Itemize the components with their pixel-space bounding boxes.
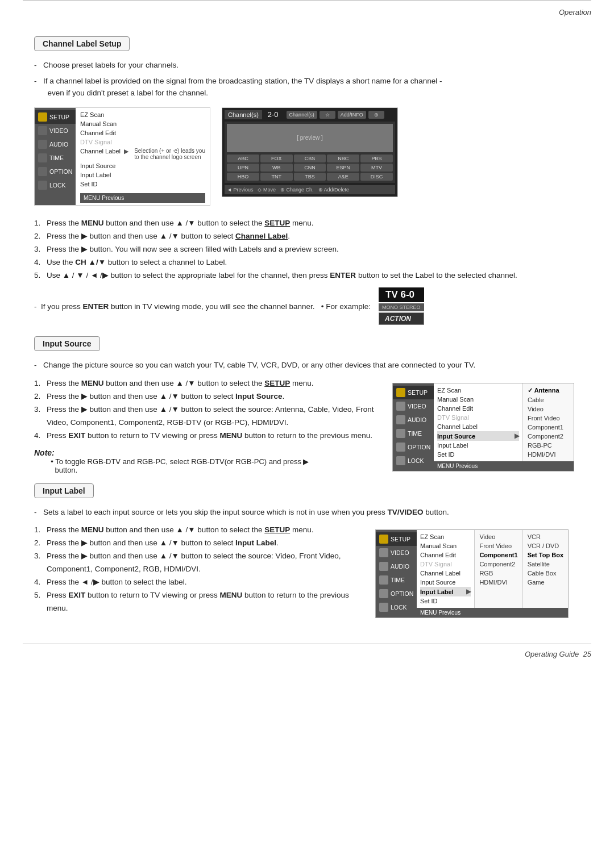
- il-menu-main-area: EZ Scan Manual Scan Channel Edit DTV Sig…: [417, 530, 568, 617]
- channel-grid-top: Channel(s) 2-0 Channel(s) ☆ Add/INFO ⊕: [225, 110, 395, 119]
- cg-3: CBS: [294, 155, 326, 162]
- menu-dtv-signal: DTV Signal: [80, 137, 205, 147]
- is-mi-channel-label: Channel Label: [437, 422, 519, 431]
- cl-step-3: 3.Press the ▶ button. You will now see a…: [34, 243, 580, 256]
- option-icon: [38, 167, 47, 176]
- channel-label-menu-mockup: SETUP VIDEO AUDIO: [34, 107, 210, 206]
- is-menu-bottom-bar: MENU Previous: [434, 461, 574, 471]
- il-lbl-game: Game: [528, 578, 563, 587]
- sidebar-video-label: VIDEO: [49, 127, 68, 134]
- il-video-icon: [379, 548, 388, 557]
- is-opt-component2: Component2: [528, 432, 569, 441]
- input-source-steps-col: 1.Press the MENU button and then use ▲ /…: [34, 377, 381, 474]
- is-step-2: 2.Press the ▶ button and then use ▲ /▼ b…: [34, 390, 381, 403]
- il-src-rgb: RGB: [479, 569, 517, 578]
- video-icon: [38, 126, 47, 135]
- menu-sidebar: SETUP VIDEO AUDIO: [35, 108, 76, 205]
- il-step-5: 5.Press EXIT button to return to TV view…: [34, 589, 364, 615]
- channel-number: 2-0: [268, 110, 279, 119]
- il-mi-dtv: DTV Signal: [420, 560, 471, 569]
- menu-set-id-cl: Set ID: [80, 180, 205, 189]
- is-menu-items-list: EZ Scan Manual Scan Channel Edit DTV Sig…: [434, 383, 522, 461]
- is-note-label: Note:: [34, 448, 381, 457]
- sidebar-option-label: OPTION: [49, 168, 72, 175]
- is-mi-input-label: Input Label: [437, 441, 519, 450]
- ch-icon-2: ☆: [320, 111, 335, 119]
- il-sidebar-time: TIME: [376, 573, 417, 587]
- is-sidebar-audio: AUDIO: [393, 413, 434, 427]
- il-mi-set-id: Set ID: [420, 596, 471, 606]
- il-sidebar-audio-label: AUDIO: [391, 563, 409, 570]
- cl-step-4: 4.Use the CH ▲/▼ button to select a chan…: [34, 256, 580, 269]
- is-menu-sidebar: SETUP VIDEO AUDIO: [393, 383, 434, 471]
- is-mi-input-source: Input Source ▶: [437, 431, 519, 441]
- cg-5: PBS: [360, 155, 393, 162]
- is-sidebar-option: OPTION: [393, 440, 434, 454]
- is-opt-component1: Component1: [528, 423, 569, 432]
- il-lbl-cable-box: Cable Box: [528, 569, 563, 578]
- il-mi-channel-label: Channel Label: [420, 569, 471, 578]
- audio-icon: [38, 140, 47, 149]
- cg-13: TBS: [294, 173, 326, 181]
- il-step-2: 2.Press the ▶ button and then use ▲ /▼ b…: [34, 537, 364, 550]
- il-lbl-set-top-box: Set Top Box: [528, 550, 563, 560]
- cg-2: FOX: [260, 155, 293, 162]
- is-sidebar-option-label: OPTION: [408, 444, 430, 450]
- is-sidebar-time: TIME: [393, 427, 434, 440]
- il-menu-sidebar: SETUP VIDEO AUDIO: [376, 530, 417, 617]
- il-step-3: 3.Press the ▶ button and then use ▲ /▼ b…: [34, 550, 364, 576]
- channel-label-bullet-2: If a channel label is provided on the si…: [34, 75, 580, 99]
- tv-example-badge: TV 6-0: [379, 287, 424, 302]
- is-opt-antenna: ✓ Antenna: [528, 386, 569, 395]
- cg-9: ESPN: [327, 164, 359, 172]
- is-sidebar-video-label: VIDEO: [408, 403, 426, 410]
- il-lbl-vcr: VCR: [528, 532, 563, 541]
- il-option-icon: [379, 589, 388, 598]
- sidebar-audio-label: AUDIO: [49, 141, 68, 148]
- il-src-hdmi: HDMI/DVI: [479, 578, 517, 587]
- channel-label-setup-section: Channel Label Setup Choose preset labels…: [34, 36, 580, 325]
- is-sidebar-lock: LOCK: [393, 454, 434, 468]
- il-menu-bottom-bar: MENU Previous: [417, 608, 568, 617]
- menu-channel-edit: Channel Edit: [80, 128, 205, 137]
- il-sidebar-lock: LOCK: [376, 600, 417, 614]
- il-mi-ez-scan: EZ Scan: [420, 532, 471, 541]
- cg-15: DISC: [360, 173, 393, 181]
- sidebar-time: TIME: [35, 151, 76, 165]
- is-mi-set-id: Set ID: [437, 450, 519, 459]
- is-mi-ez-scan: EZ Scan: [437, 386, 519, 395]
- input-source-bullet: Change the picture source so you can wat…: [34, 359, 580, 372]
- footer-text: Operating Guide 25: [525, 650, 591, 658]
- il-src-component1: Component1: [479, 550, 517, 560]
- channel-preview: [ preview ] ABC FOX CBS NBC PBS UPN WB C…: [225, 122, 395, 183]
- cg-10: MTV: [360, 164, 393, 172]
- enter-note-text: - If you press ENTER button in TV viewin…: [34, 302, 371, 311]
- il-lock-icon: [379, 603, 388, 612]
- is-options-col: ✓ Antenna Cable Video Front Video Compon…: [522, 383, 574, 461]
- input-label-steps: 1.Press the MENU button and then use ▲ /…: [34, 524, 364, 615]
- channel-label-steps: 1.Press the MENU button and then use ▲ /…: [34, 217, 580, 282]
- il-step-4: 4.Press the ◄ /▶ button to select the la…: [34, 576, 364, 589]
- il-time-icon: [379, 575, 388, 585]
- channel-grid-rows: ABC FOX CBS NBC PBS UPN WB CNN ESPN MTV …: [227, 155, 393, 181]
- is-mi-manual-scan: Manual Scan: [437, 395, 519, 404]
- input-source-section: Input Source Change the picture source s…: [34, 336, 580, 474]
- is-sidebar-time-label: TIME: [408, 430, 422, 437]
- il-setup-icon: [379, 535, 388, 544]
- menu-bottom-bar-cl: MENU Previous: [80, 193, 205, 203]
- cg-6: UPN: [227, 164, 259, 172]
- ch-icon-3: Add/INFO: [338, 111, 366, 119]
- lock-icon: [38, 181, 47, 190]
- il-mi-channel-edit: Channel Edit: [420, 550, 471, 560]
- is-opt-video: Video: [528, 404, 569, 414]
- top-rule: [23, 0, 591, 5]
- cg-7: WB: [260, 164, 293, 172]
- cl-step-5: 5.Use ▲ / ▼ / ◄ /▶ button to select the …: [34, 269, 580, 282]
- channel-preview-image: [ preview ]: [227, 124, 393, 152]
- setup-icon: [38, 112, 47, 122]
- il-audio-icon: [379, 562, 388, 571]
- ch-icon-1: Channel(s): [287, 111, 317, 119]
- menu-ez-scan: EZ Scan: [80, 110, 205, 119]
- is-menu-sidebar-row: SETUP VIDEO AUDIO: [393, 383, 574, 471]
- is-lock-icon: [396, 456, 405, 465]
